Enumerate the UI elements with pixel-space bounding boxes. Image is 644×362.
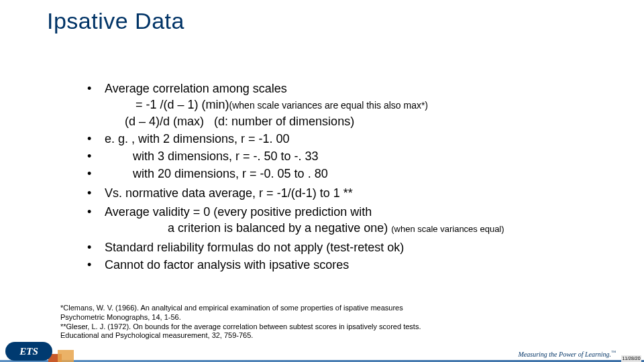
list-item: • e. g. , with 2 dimensions, r = -1. 00: [87, 131, 624, 147]
bullet-text: with 3 dimensions, r = -. 50 to -. 33: [105, 148, 624, 164]
bullet-text: Cannot do factor analysis with ipsative …: [105, 257, 624, 273]
bullet-text: Vs. normative data average, r = -1/(d-1)…: [105, 185, 624, 201]
list-item: • Cannot do factor analysis with ipsativ…: [87, 257, 624, 273]
bullet-dot: •: [87, 166, 105, 182]
bullet-subline: = -1 /(d – 1) (min)(when scale variances…: [87, 97, 624, 113]
list-item: • Average correlation among scales: [87, 80, 624, 97]
bullet-dot: •: [87, 80, 105, 97]
reference-line: Educational and Psychological measuremen…: [60, 331, 604, 341]
bullet-note: (when scale variances equal): [391, 224, 504, 234]
slide-body: • Average correlation among scales = -1 …: [87, 80, 624, 274]
list-item: • Average validity = 0 (every positive p…: [87, 204, 624, 220]
formula-min: = -1 /(d – 1) (min): [136, 98, 229, 111]
formula-note: (d: number of dimensions): [214, 115, 354, 128]
bullet-text: e. g. , with 2 dimensions, r = -1. 00: [105, 131, 624, 147]
references-block: *Clemans, W. V. (1966). An analtyical an…: [60, 304, 604, 341]
bullet-dot: •: [87, 148, 105, 164]
bullet-dot: •: [87, 239, 105, 255]
list-item: • with 20 dimensions, r = -0. 05 to . 80: [87, 166, 624, 182]
bullet-list: • Average correlation among scales = -1 …: [87, 80, 624, 273]
bullet-subline: (d – 4)/d (max) (d: number of dimensions…: [87, 113, 624, 129]
date-stub: 11/28/20: [621, 355, 641, 362]
bullet-continuation: a criterion is balanced by a negative on…: [87, 220, 624, 236]
list-item: • with 3 dimensions, r = -. 50 to -. 33: [87, 148, 624, 164]
bullet-text: Average validity = 0 (every positive pre…: [105, 204, 624, 220]
bullet-text: Standard reliability formulas do not app…: [105, 239, 624, 255]
slide-title: Ipsative Data: [47, 8, 184, 34]
bullet-dot: •: [87, 257, 105, 273]
list-item: • Vs. normative data average, r = -1/(d-…: [87, 185, 624, 201]
ets-logo: ETS: [5, 342, 52, 361]
reference-line: **Gleser, L. J. (1972). On bounds for th…: [60, 322, 604, 332]
reference-line: *Clemans, W. V. (1966). An analtyical an…: [60, 304, 604, 313]
bullet-dot: •: [87, 131, 105, 147]
bullet-text: Average correlation among scales: [105, 80, 624, 97]
bullet-text: a criterion is balanced by a negative on…: [168, 221, 388, 235]
formula-note: (when scale variances are equal this als…: [229, 100, 428, 111]
list-item: • Standard reliability formulas do not a…: [87, 239, 624, 255]
brand-tagline: Measuring the Power of Learning.™: [519, 350, 616, 358]
bullet-text: with 20 dimensions, r = -0. 05 to . 80: [105, 166, 624, 182]
reference-line: Psychometric Monographs, 14, 1-56.: [60, 313, 604, 322]
ets-logo-text: ETS: [19, 346, 38, 357]
formula-max: (d – 4)/d (max): [125, 115, 204, 128]
bullet-dot: •: [87, 185, 105, 201]
trademark-icon: ™: [611, 350, 616, 355]
bullet-dot: •: [87, 204, 105, 220]
